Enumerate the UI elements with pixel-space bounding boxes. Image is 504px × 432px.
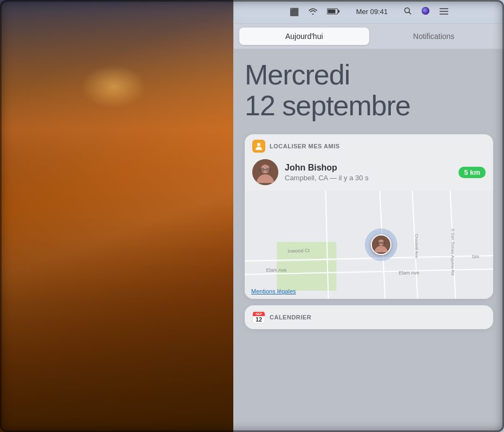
nc-date-line2: 12 septembre [245, 90, 493, 121]
airplay-icon[interactable]: ⬛ [290, 8, 299, 16]
svg-text:Inwood Ct: Inwood Ct [287, 248, 310, 254]
siri-icon[interactable] [421, 6, 430, 17]
svg-text:Sm: Sm [472, 254, 480, 259]
fmf-app-name: LOCALISER MES AMIS [270, 143, 340, 149]
battery-icon[interactable] [327, 8, 340, 16]
fmf-contact-info: John Bishop Campbell, CA — il y a 30 s [285, 163, 452, 182]
cal-app-name: CALENDRIER [270, 314, 311, 320]
fmf-contact-row: John Bishop Campbell, CA — il y a 30 s 5… [245, 157, 493, 191]
fmf-app-icon [252, 140, 265, 153]
cal-widget-header: SEP 12 CALENDRIER [245, 305, 493, 329]
desktop-background [0, 0, 233, 432]
widget-header-fmf: LOCALISER MES AMIS [245, 134, 493, 157]
notification-center-icon[interactable] [440, 8, 448, 16]
fmf-map[interactable]: Inwood Ct Elam Ave Elam Ave Crockett Ave… [245, 191, 493, 299]
svg-text:S San Tomas Aquino Rd: S San Tomas Aquino Rd [450, 228, 455, 276]
cal-app-icon: SEP 12 [252, 311, 265, 324]
svg-text:Elam Ave: Elam Ave [266, 267, 287, 273]
svg-text:Crockett Ave: Crockett Ave [414, 234, 419, 259]
map-location-pin [365, 228, 397, 261]
svg-rect-14 [260, 168, 264, 171]
find-my-friends-widget: LOCALISER MES AMIS [245, 134, 493, 299]
notification-center-panel: ⬛ Mer 09:41 [233, 0, 504, 432]
svg-rect-1 [328, 9, 335, 13]
nc-tabs: Aujourd'hui Notifications [234, 24, 504, 49]
search-icon[interactable] [404, 7, 411, 16]
calendar-widget: SEP 12 CALENDRIER [245, 305, 493, 329]
contact-location: Campbell, CA — il y a 30 s [285, 174, 452, 182]
svg-line-4 [409, 12, 411, 15]
svg-point-6 [422, 7, 429, 15]
nc-date-line1: Mercredi [245, 60, 493, 90]
menubar-icons: ⬛ Mer 09:41 [290, 6, 449, 17]
contact-name: John Bishop [285, 163, 452, 173]
menubar: ⬛ Mer 09:41 [234, 0, 504, 24]
contact-avatar [252, 159, 278, 185]
menubar-time: Mer 09:41 [356, 8, 388, 16]
distance-badge: 5 km [459, 167, 486, 178]
map-legal-link[interactable]: Mentions légales [251, 288, 296, 294]
tab-today[interactable]: Aujourd'hui [239, 28, 369, 45]
nc-content: Mercredi 12 septembre LOCALISER MES AMIS [234, 49, 504, 432]
tab-notifications[interactable]: Notifications [369, 28, 499, 45]
svg-rect-15 [266, 168, 271, 171]
svg-rect-35 [382, 242, 385, 244]
nc-date: Mercredi 12 septembre [245, 60, 493, 121]
wifi-icon[interactable] [309, 8, 317, 16]
svg-rect-2 [338, 10, 339, 12]
svg-point-11 [257, 143, 260, 146]
svg-rect-34 [377, 242, 381, 244]
svg-text:Elam Ave: Elam Ave [399, 270, 420, 276]
